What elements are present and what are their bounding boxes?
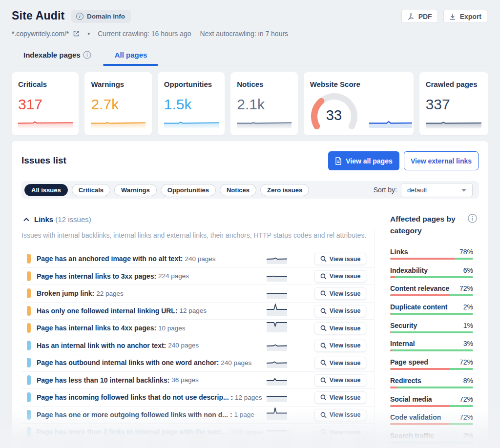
svg-text:33: 33 [326, 107, 342, 123]
